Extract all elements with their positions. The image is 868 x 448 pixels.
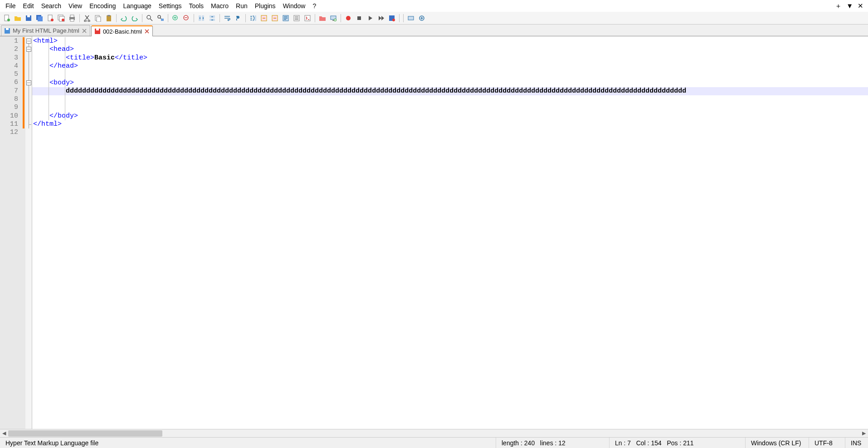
fold-toggle-icon[interactable] xyxy=(26,80,31,85)
open-file-icon[interactable] xyxy=(13,13,23,23)
status-insert-mode[interactable]: INS xyxy=(845,438,868,448)
replace-icon[interactable] xyxy=(156,13,166,23)
play-macro-icon[interactable] xyxy=(365,13,375,23)
menu-tools[interactable]: Tools xyxy=(185,1,207,11)
menu-run[interactable]: Run xyxy=(232,1,251,11)
code-line: </head> xyxy=(33,62,78,70)
svg-rect-43 xyxy=(408,16,414,20)
line-number: 7 xyxy=(0,87,18,95)
menu-macro[interactable]: Macro xyxy=(207,1,232,11)
record-macro-icon[interactable] xyxy=(343,13,353,23)
fold-all-icon[interactable] xyxy=(259,13,269,23)
show-symbol-icon[interactable] xyxy=(417,13,427,23)
close-window-button[interactable]: ✕ xyxy=(858,2,863,10)
status-bar: Hyper Text Markup Language file length :… xyxy=(0,437,868,448)
doc-list-icon[interactable] xyxy=(292,13,302,23)
menu-search[interactable]: Search xyxy=(38,1,65,11)
tab-bar: My First HTML Page.html002-Basic.html xyxy=(0,25,868,36)
close-file-icon[interactable] xyxy=(45,13,55,23)
svg-rect-40 xyxy=(357,16,361,20)
svg-rect-18 xyxy=(97,17,101,22)
line-number: 11 xyxy=(0,120,18,128)
tab[interactable]: 002-Basic.html xyxy=(91,25,153,36)
save-macro-icon[interactable] xyxy=(387,13,397,23)
fold-toggle-icon[interactable] xyxy=(26,47,31,52)
code-content[interactable]: <html> <head> <title>Basic</title> </hea… xyxy=(32,36,868,429)
code-line: <head> xyxy=(33,45,74,54)
tab[interactable]: My First HTML Page.html xyxy=(1,25,90,36)
code-line: </html> xyxy=(33,120,62,128)
menu-plugins[interactable]: Plugins xyxy=(251,1,279,11)
line-number: 1 xyxy=(0,37,18,45)
monitor-icon[interactable] xyxy=(328,13,338,23)
code-line: <title>Basic</title> xyxy=(33,54,147,62)
undo-icon[interactable] xyxy=(119,13,129,23)
save-icon[interactable] xyxy=(24,13,34,23)
play-multiple-icon[interactable] xyxy=(376,13,386,23)
show-indent-icon[interactable] xyxy=(406,13,416,23)
menu-settings[interactable]: Settings xyxy=(155,1,185,11)
toolbar-dropdown-icon[interactable]: ▼ xyxy=(846,2,853,10)
unfold-all-icon[interactable] xyxy=(270,13,280,23)
line-number: 8 xyxy=(0,95,18,103)
horizontal-scrollbar[interactable]: ◀ ▶ xyxy=(0,429,868,437)
scrollbar-thumb[interactable] xyxy=(8,430,162,437)
redo-icon[interactable] xyxy=(130,13,140,23)
line-number-gutter: 123456789101112 xyxy=(0,36,23,429)
menu-bar: FileEditSearchViewEncodingLanguageSettin… xyxy=(0,0,868,12)
editor-area: 123456789101112 <html> <head> <title>Bas… xyxy=(0,36,868,429)
status-cursor: Ln : 7 Col : 154 Pos : 211 xyxy=(610,438,746,448)
doc-map-icon[interactable] xyxy=(281,13,291,23)
menu-encoding[interactable]: Encoding xyxy=(86,1,119,11)
toolbar xyxy=(0,12,868,25)
find-icon[interactable] xyxy=(145,13,155,23)
menu-[interactable]: ? xyxy=(309,1,320,11)
scrollbar-track[interactable] xyxy=(8,429,860,438)
code-line: <body> xyxy=(33,79,74,87)
new-tab-button[interactable]: ＋ xyxy=(835,2,842,10)
svg-point-1 xyxy=(7,19,10,21)
zoom-in-icon[interactable] xyxy=(171,13,180,23)
indent-guide-icon[interactable] xyxy=(248,13,258,23)
cut-icon[interactable] xyxy=(82,13,92,23)
sync-v-icon[interactable] xyxy=(196,13,206,23)
scroll-right-arrow-icon[interactable]: ▶ xyxy=(860,429,868,438)
folder-workspace-icon[interactable] xyxy=(317,13,327,23)
tab-label: 002-Basic.html xyxy=(103,28,142,35)
copy-icon[interactable] xyxy=(93,13,103,23)
fold-toggle-icon[interactable] xyxy=(26,39,31,44)
svg-rect-46 xyxy=(6,28,9,30)
word-wrap-icon[interactable] xyxy=(222,13,232,23)
menu-language[interactable]: Language xyxy=(120,1,155,11)
tab-close-icon[interactable] xyxy=(144,29,150,34)
svg-rect-35 xyxy=(305,15,310,21)
svg-rect-13 xyxy=(70,19,74,21)
line-number: 3 xyxy=(0,54,18,62)
close-all-icon[interactable] xyxy=(56,13,66,23)
save-all-icon[interactable] xyxy=(34,13,44,23)
print-icon[interactable] xyxy=(67,13,77,23)
show-all-chars-icon[interactable] xyxy=(233,13,243,23)
scroll-left-arrow-icon[interactable]: ◀ xyxy=(0,429,8,438)
menu-edit[interactable]: Edit xyxy=(20,1,38,11)
window-controls: ＋ ▼ ✕ xyxy=(835,2,866,10)
function-list-icon[interactable] xyxy=(302,13,312,23)
menu-view[interactable]: View xyxy=(65,1,86,11)
code-line: dddddddddddddddddddddddddddddddddddddddd… xyxy=(33,87,686,95)
tab-close-icon[interactable] xyxy=(82,28,87,34)
new-file-icon[interactable] xyxy=(2,13,12,23)
menu-file[interactable]: File xyxy=(2,1,20,11)
status-length-lines: length : 240 lines : 12 xyxy=(496,438,610,448)
status-eol[interactable]: Windows (CR LF) xyxy=(746,438,809,448)
paste-icon[interactable] xyxy=(104,13,114,23)
code-line: <html> xyxy=(33,37,58,45)
svg-point-39 xyxy=(346,16,351,20)
sync-h-icon[interactable] xyxy=(207,13,217,23)
svg-rect-3 xyxy=(27,15,30,17)
svg-point-42 xyxy=(392,19,395,21)
menu-window[interactable]: Window xyxy=(279,1,309,11)
stop-macro-icon[interactable] xyxy=(354,13,364,23)
status-encoding[interactable]: UTF-8 xyxy=(809,438,845,448)
tab-label: My First HTML Page.html xyxy=(13,27,79,34)
zoom-out-icon[interactable] xyxy=(181,13,191,23)
